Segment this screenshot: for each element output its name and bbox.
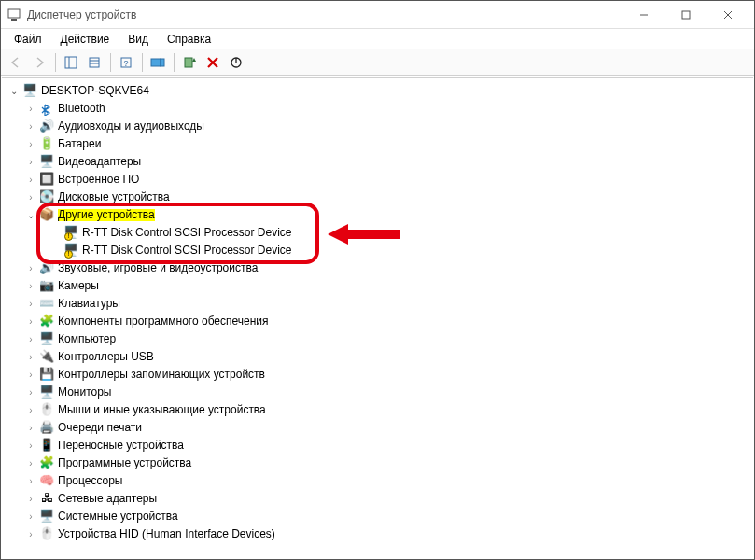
tree-item-software-devices[interactable]: › 🧩 Программные устройства [7,455,753,472]
chevron-right-icon[interactable]: › [24,191,37,204]
chevron-right-icon[interactable]: › [24,103,37,116]
uninstall-button[interactable] [202,51,224,74]
scan-hardware-button[interactable] [147,51,169,74]
node-label: Контроллеры запоминающих устройств [58,369,265,382]
node-label: Очереди печати [58,422,142,435]
tree-item-storage-controllers[interactable]: › 💾 Контроллеры запоминающих устройств [7,366,753,384]
menu-help[interactable]: Справка [158,31,220,48]
bluetooth-icon [39,102,54,117]
maximize-button[interactable] [664,2,706,28]
tree-item-system-devices[interactable]: › 🖥️ Системные устройства [7,508,753,525]
chevron-right-icon[interactable]: › [24,351,37,364]
tree-item-disk-drives[interactable]: › 💽 Дисковые устройства [7,189,753,206]
tree-item-rtt-2[interactable]: 🖥️! R-TT Disk Control SCSI Processor Dev… [7,242,753,259]
monitor-icon: 🖥️ [39,385,54,400]
tree-item-firmware[interactable]: › 🔲 Встроенное ПО [7,171,753,189]
chevron-right-icon[interactable]: › [24,422,37,435]
node-label: Контроллеры USB [58,351,154,364]
chevron-right-icon[interactable]: › [24,386,37,399]
tree-item-keyboards[interactable]: › ⌨️ Клавиатуры [7,295,753,313]
chevron-down-icon[interactable]: ⌄ [24,209,37,222]
tree-item-print-queues[interactable]: › 🖨️ Очереди печати [7,419,753,437]
menu-view[interactable]: Вид [119,31,158,48]
tree-item-hid[interactable]: › 🖱️ Устройства HID (Human Interface Dev… [7,525,753,543]
svg-rect-8 [90,58,99,67]
chevron-right-icon[interactable]: › [24,511,37,524]
node-label: Дисковые устройства [58,191,170,204]
tree-item-other-devices[interactable]: ⌄ 📦 Другие устройства [7,206,753,224]
usb-icon: 🔌 [39,350,54,365]
other-devices-icon: 📦 [39,208,54,223]
node-label: Системные устройства [58,511,178,524]
tree-item-audio-io[interactable]: › 🔊 Аудиовходы и аудиовыходы [7,118,753,135]
warning-badge-icon: ! [64,250,73,259]
tree-item-software-components[interactable]: › 🧩 Компоненты программного обеспечения [7,313,753,330]
chevron-right-icon[interactable]: › [24,120,37,133]
node-label: Компьютер [58,333,116,346]
gpu-icon: 🖥️ [39,155,54,170]
chevron-right-icon[interactable]: › [24,369,37,382]
tree-item-bluetooth[interactable]: › Bluetooth [7,100,753,118]
battery-icon: 🔋 [39,137,54,152]
warning-badge-icon: ! [64,232,73,241]
tree-root[interactable]: ⌄ 🖥️ DESKTOP-SQKVE64 [7,82,753,100]
audio-icon: 🔊 [39,119,54,134]
chevron-right-icon[interactable]: › [24,457,37,470]
chevron-right-icon[interactable]: › [24,315,37,329]
chevron-right-icon[interactable]: › [24,262,37,275]
app-icon [7,7,21,22]
tree-item-network-adapters[interactable]: › 🖧 Сетевые адаптеры [7,490,753,508]
help-button[interactable]: ? [115,51,137,74]
chevron-right-icon[interactable]: › [24,475,37,488]
chevron-right-icon[interactable]: › [24,528,37,541]
back-button[interactable] [5,51,27,74]
update-driver-button[interactable] [178,51,201,74]
node-label: Мониторы [58,386,111,399]
properties-button[interactable] [83,51,105,74]
window-controls [622,2,748,28]
firmware-icon: 🔲 [39,173,54,188]
tree-item-mice[interactable]: › 🖱️ Мыши и иные указывающие устройства [7,401,753,419]
tree-item-portable[interactable]: › 📱 Переносные устройства [7,437,753,455]
node-label: Аудиовходы и аудиовыходы [58,120,204,133]
close-button[interactable] [706,2,748,28]
tree-item-sound-video-game[interactable]: › 🔊 Звуковые, игровые и видеоустройства [7,259,753,277]
tree-item-computer[interactable]: › 🖥️ Компьютер [7,330,753,348]
menu-action[interactable]: Действие [51,31,119,48]
chevron-right-icon[interactable]: › [24,333,37,346]
show-hide-tree-button[interactable] [60,51,82,74]
chevron-right-icon[interactable]: › [24,298,37,311]
chevron-right-icon[interactable]: › [24,404,37,417]
tree-item-batteries[interactable]: › 🔋 Батареи [7,135,753,153]
tree-item-usb-controllers[interactable]: › 🔌 Контроллеры USB [7,348,753,366]
tree-item-rtt-1[interactable]: 🖥️! R-TT Disk Control SCSI Processor Dev… [7,224,753,242]
svg-rect-6 [65,57,77,68]
forward-button[interactable] [28,51,50,74]
chevron-right-icon[interactable]: › [24,156,37,169]
tree-item-cameras[interactable]: › 📷 Камеры [7,277,753,295]
computer-icon: 🖥️ [22,84,37,99]
svg-rect-0 [8,9,20,18]
menu-file[interactable]: Файл [5,31,51,48]
node-label: Сетевые адаптеры [58,493,157,506]
tree-item-monitors[interactable]: › 🖥️ Мониторы [7,384,753,401]
toolbar-separator [142,53,143,72]
chevron-down-icon[interactable]: ⌄ [7,85,21,98]
chevron-right-icon[interactable]: › [24,280,37,293]
chevron-right-icon[interactable]: › [24,440,37,453]
chevron-right-icon[interactable]: › [24,493,37,506]
device-tree-panel[interactable]: ⌄ 🖥️ DESKTOP-SQKVE64 › Bluetooth › 🔊 Ауд… [2,77,753,558]
chevron-right-icon[interactable]: › [24,174,37,187]
network-icon: 🖧 [39,492,54,507]
chevron-right-icon[interactable]: › [24,138,37,151]
svg-rect-14 [161,59,164,66]
unknown-device-icon: 🖥️! [63,226,78,241]
toolbar-separator [110,53,111,72]
tree-item-processors[interactable]: › 🧠 Процессоры [7,472,753,490]
camera-icon: 📷 [39,279,54,294]
title-bar: Диспетчер устройств [1,1,754,29]
node-label: R-TT Disk Control SCSI Processor Device [82,245,292,258]
tree-item-display-adapters[interactable]: › 🖥️ Видеоадаптеры [7,153,753,171]
minimize-button[interactable] [622,2,664,28]
disable-button[interactable] [225,51,247,74]
